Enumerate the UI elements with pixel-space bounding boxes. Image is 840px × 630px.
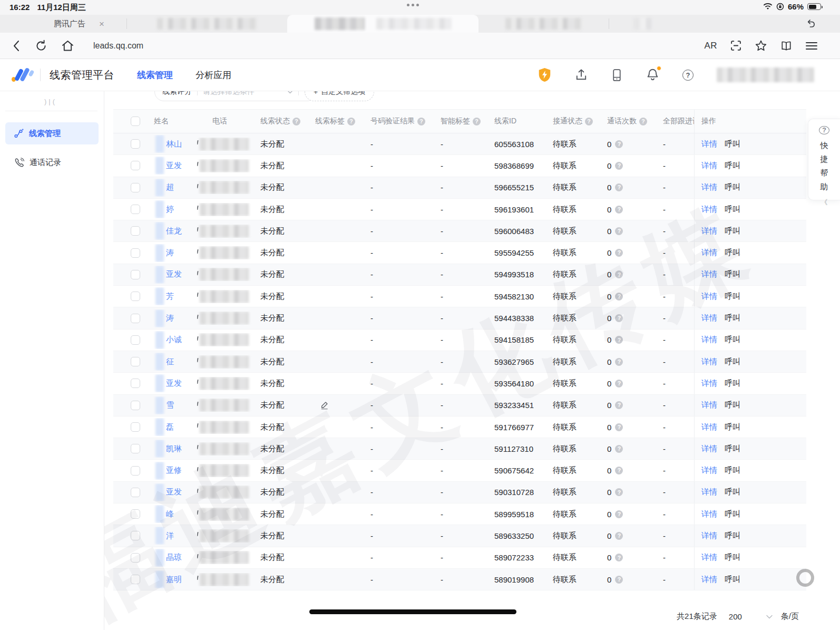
call-count-help-icon[interactable]: ? xyxy=(615,488,623,496)
row-checkbox[interactable] xyxy=(131,226,140,236)
call-count-help-icon[interactable]: ? xyxy=(615,445,623,453)
lead-name-link[interactable]: 芳 xyxy=(166,292,174,302)
bookmark-star-icon[interactable] xyxy=(755,40,767,52)
call-link[interactable]: 呼叫 xyxy=(725,466,740,476)
tab-blurred-2[interactable] xyxy=(478,15,609,33)
detail-link[interactable]: 详情 xyxy=(701,205,717,215)
lead-name-link[interactable]: 林山 xyxy=(166,139,182,149)
filter-select[interactable]: 请选择筛选条件 xyxy=(203,91,282,96)
detail-link[interactable]: 详情 xyxy=(701,269,717,279)
row-checkbox[interactable] xyxy=(131,422,140,432)
lead-name-link[interactable]: 嘉明 xyxy=(166,575,182,585)
column-help-icon[interactable]: ? xyxy=(292,118,300,125)
call-link[interactable]: 呼叫 xyxy=(725,226,740,236)
row-checkbox[interactable] xyxy=(131,314,140,323)
multitask-indicator[interactable] xyxy=(407,4,419,6)
upload-icon[interactable] xyxy=(575,69,588,81)
device-icon[interactable] xyxy=(611,69,623,82)
detail-link[interactable]: 详情 xyxy=(701,400,717,410)
tab-close-icon[interactable]: × xyxy=(99,20,104,28)
lead-name-link[interactable]: 亚修 xyxy=(166,466,182,476)
call-link[interactable]: 呼叫 xyxy=(725,139,740,149)
menu-icon[interactable] xyxy=(805,41,818,51)
home-icon[interactable] xyxy=(61,40,74,52)
lead-name-link[interactable]: 涛 xyxy=(166,313,174,323)
detail-link[interactable]: 详情 xyxy=(701,226,717,236)
reading-list-icon[interactable] xyxy=(780,40,793,52)
call-count-help-icon[interactable]: ? xyxy=(615,423,623,431)
edit-tag-icon[interactable] xyxy=(319,400,329,410)
call-link[interactable]: 呼叫 xyxy=(725,269,740,279)
call-link[interactable]: 呼叫 xyxy=(725,379,740,389)
lead-name-link[interactable]: 雪 xyxy=(166,400,174,410)
column-help-icon[interactable]: ? xyxy=(473,118,481,125)
lead-name-link[interactable]: 磊 xyxy=(166,422,174,432)
tab-blurred-1[interactable] xyxy=(127,15,287,33)
quick-help-panel[interactable]: ? 快捷帮助 《 xyxy=(808,119,840,200)
call-link[interactable]: 呼叫 xyxy=(725,444,740,454)
call-count-help-icon[interactable]: ? xyxy=(615,162,623,170)
lead-name-link[interactable]: 婷 xyxy=(166,205,174,215)
call-count-help-icon[interactable]: ? xyxy=(615,380,623,387)
detail-link[interactable]: 详情 xyxy=(701,531,717,541)
lead-name-link[interactable]: 佳龙 xyxy=(166,226,182,236)
call-link[interactable]: 呼叫 xyxy=(725,357,740,367)
call-count-help-icon[interactable]: ? xyxy=(615,467,623,474)
detail-link[interactable]: 详情 xyxy=(701,335,717,345)
call-count-help-icon[interactable]: ? xyxy=(615,206,623,214)
detail-link[interactable]: 详情 xyxy=(701,313,717,323)
lead-name-link[interactable]: 征 xyxy=(166,357,174,367)
call-count-help-icon[interactable]: ? xyxy=(615,576,623,584)
sidebar-item-lead-management[interactable]: 线索管理 xyxy=(5,122,99,144)
row-checkbox[interactable] xyxy=(131,466,140,476)
lead-name-link[interactable]: 晶琼 xyxy=(166,553,182,563)
select-all-checkbox[interactable] xyxy=(131,117,140,126)
column-help-icon[interactable]: ? xyxy=(585,118,593,125)
ar-mode-button[interactable]: AR xyxy=(704,41,717,51)
row-checkbox[interactable] xyxy=(131,379,140,388)
back-icon[interactable] xyxy=(12,40,21,52)
row-checkbox[interactable] xyxy=(131,139,140,149)
call-link[interactable]: 呼叫 xyxy=(725,553,740,563)
row-checkbox[interactable] xyxy=(131,553,140,563)
lead-name-link[interactable]: 小诚 xyxy=(166,335,182,345)
lead-name-link[interactable]: 超 xyxy=(166,182,174,192)
call-link[interactable]: 呼叫 xyxy=(725,509,740,519)
call-count-help-icon[interactable]: ? xyxy=(615,510,623,518)
call-link[interactable]: 呼叫 xyxy=(725,487,740,497)
call-count-help-icon[interactable]: ? xyxy=(615,336,623,344)
url-field[interactable]: leads.qq.com xyxy=(93,41,143,51)
detail-link[interactable]: 详情 xyxy=(701,509,717,519)
call-link[interactable]: 呼叫 xyxy=(725,313,740,323)
detail-link[interactable]: 详情 xyxy=(701,357,717,367)
page-size-select[interactable]: 200 xyxy=(729,612,742,621)
sidebar-item-call-records[interactable]: 通话记录 xyxy=(5,151,99,173)
detail-link[interactable]: 详情 xyxy=(701,422,717,432)
call-link[interactable]: 呼叫 xyxy=(725,182,740,192)
row-checkbox[interactable] xyxy=(131,531,140,540)
row-checkbox[interactable] xyxy=(131,292,140,301)
redacted-account-name[interactable] xyxy=(717,67,814,82)
lead-name-link[interactable]: 亚发 xyxy=(166,269,182,279)
row-checkbox[interactable] xyxy=(131,205,140,214)
call-count-help-icon[interactable]: ? xyxy=(615,401,623,409)
call-count-help-icon[interactable]: ? xyxy=(615,293,623,301)
detail-link[interactable]: 详情 xyxy=(701,466,717,476)
row-checkbox[interactable] xyxy=(131,270,140,279)
detail-link[interactable]: 详情 xyxy=(701,248,717,258)
column-help-icon[interactable]: ? xyxy=(639,118,647,125)
call-count-help-icon[interactable]: ? xyxy=(615,227,623,235)
call-count-help-icon[interactable]: ? xyxy=(615,314,623,322)
row-checkbox[interactable] xyxy=(131,183,140,192)
nav-analysis-app[interactable]: 分析应用 xyxy=(196,69,231,81)
tab-blurred-3[interactable] xyxy=(609,15,678,33)
row-checkbox[interactable] xyxy=(131,335,140,345)
lead-name-link[interactable]: 洋 xyxy=(166,531,174,541)
call-link[interactable]: 呼叫 xyxy=(725,248,740,258)
tab-tencent-ads[interactable]: 腾讯广告 × xyxy=(32,15,126,33)
call-count-help-icon[interactable]: ? xyxy=(615,554,623,561)
shield-security-icon[interactable] xyxy=(538,67,552,82)
call-link[interactable]: 呼叫 xyxy=(725,335,740,345)
call-link[interactable]: 呼叫 xyxy=(725,292,740,302)
scan-icon[interactable] xyxy=(730,40,742,52)
